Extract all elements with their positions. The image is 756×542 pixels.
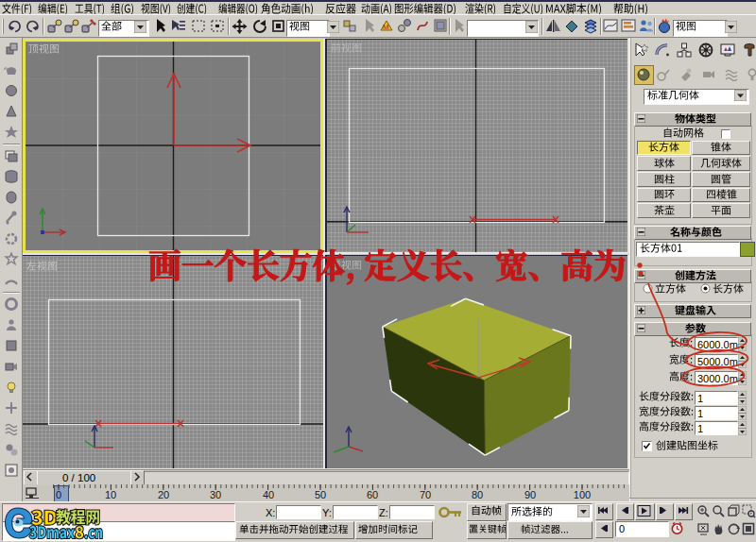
- svg-text:M: M: [383, 23, 389, 31]
